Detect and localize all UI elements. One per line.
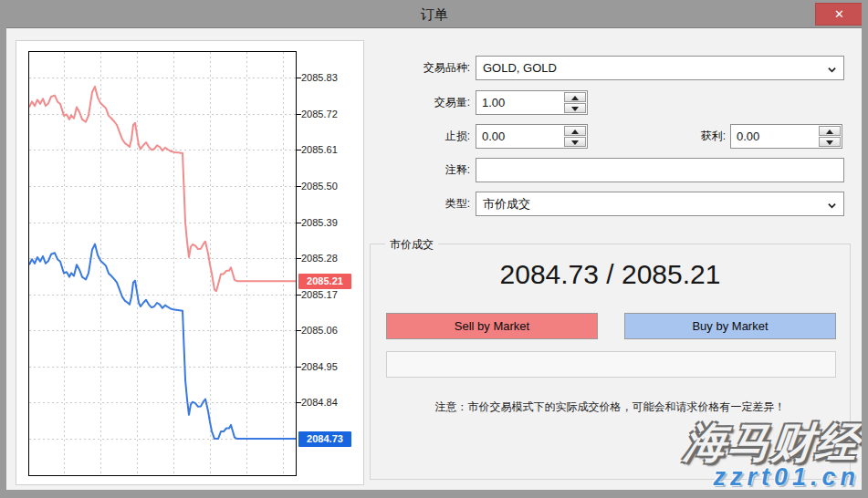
take-profit-stepper <box>730 124 842 149</box>
y-tick-label: 2085.83 <box>301 71 356 84</box>
buy-button[interactable]: Buy by Market <box>624 313 836 339</box>
note-text: 注意：市价交易模式下的实际成交价格，可能会和请求价格有一定差异！ <box>371 399 850 415</box>
y-tick-label: 2085.06 <box>301 324 356 337</box>
spin-down-icon <box>826 140 833 145</box>
y-tick-label: 2085.39 <box>301 216 356 229</box>
symbol-label: 交易品种: <box>371 56 470 80</box>
order-dialog: 订单 ✕ 2085.832085.722085.612085.502085.39… <box>0 0 868 498</box>
stop-loss-spin-up[interactable] <box>564 126 586 136</box>
ask-price-badge: 2085.21 <box>298 274 351 289</box>
stop-loss-input[interactable] <box>476 125 563 148</box>
y-tick-label: 2085.50 <box>301 180 356 192</box>
comment-label: 注释: <box>371 158 470 182</box>
spin-up-icon <box>571 96 579 100</box>
y-tick-label: 2085.72 <box>301 108 356 120</box>
bid-price-badge: 2084.73 <box>298 431 351 447</box>
sell-button[interactable]: Sell by Market <box>386 313 598 339</box>
title-bar: 订单 ✕ <box>0 0 868 28</box>
stop-loss-label: 止损: <box>371 124 470 149</box>
spin-down-icon <box>571 107 579 111</box>
y-tick-label: 2085.17 <box>301 288 356 301</box>
volume-input[interactable] <box>476 91 563 114</box>
market-execution-group: 市价成交 2084.73 / 2085.21 Sell by Market Bu… <box>370 244 851 480</box>
close-icon: ✕ <box>834 7 844 21</box>
quote-text: 2084.73 / 2085.21 <box>371 259 850 290</box>
type-value: 市价成交 <box>483 197 530 211</box>
comment-input[interactable] <box>476 159 843 182</box>
chart-panel: 2085.832085.722085.612085.502085.392085.… <box>16 40 364 485</box>
y-tick-label: 2085.61 <box>301 143 356 156</box>
symbol-select[interactable]: GOLD, GOLD <box>476 56 844 80</box>
page-title: 订单 <box>0 0 868 28</box>
stop-loss-spin-down[interactable] <box>564 137 586 147</box>
group-title: 市价成交 <box>385 237 438 253</box>
volume-stepper <box>476 90 588 115</box>
spin-down-icon <box>571 140 579 145</box>
chevron-down-icon <box>828 202 836 210</box>
y-tick-label: 2084.95 <box>301 360 356 373</box>
volume-spin-up[interactable] <box>564 92 586 102</box>
spin-up-icon <box>826 130 833 134</box>
symbol-value: GOLD, GOLD <box>483 61 557 75</box>
comment-field-wrap <box>476 158 844 182</box>
type-select[interactable]: 市价成交 <box>476 192 844 216</box>
type-label: 类型: <box>371 192 470 216</box>
progress-bar <box>386 351 836 378</box>
close-button[interactable]: ✕ <box>815 3 863 26</box>
take-profit-spin-up[interactable] <box>819 126 841 136</box>
chevron-down-icon <box>828 66 836 74</box>
price-chart <box>28 51 303 477</box>
stop-loss-stepper <box>476 124 588 149</box>
volume-label: 交易量: <box>371 90 470 115</box>
take-profit-input[interactable] <box>731 125 818 148</box>
y-tick-label: 2085.28 <box>301 252 356 265</box>
take-profit-spin-down[interactable] <box>819 137 841 147</box>
spin-up-icon <box>571 130 579 134</box>
y-tick-label: 2084.84 <box>301 396 356 409</box>
take-profit-label: 获利: <box>645 124 726 149</box>
volume-spin-down[interactable] <box>564 103 586 113</box>
